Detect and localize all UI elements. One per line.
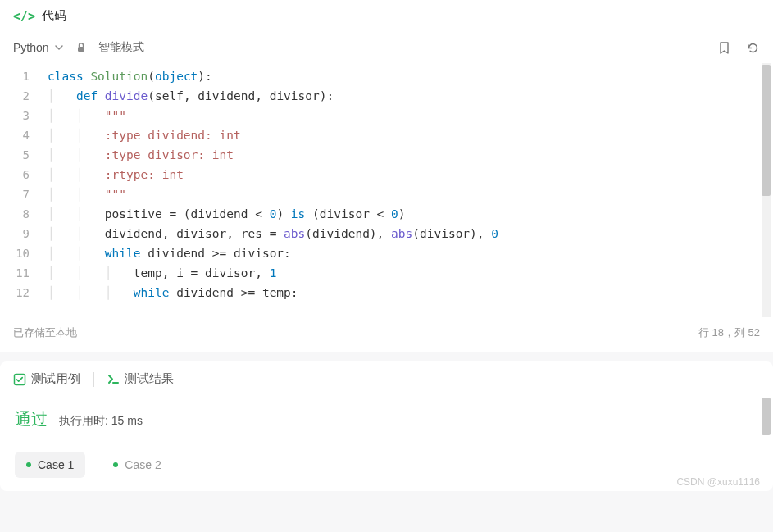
num: 0 — [391, 207, 398, 221]
code: dividend >= divisor: — [141, 247, 291, 260]
obj: object — [155, 70, 198, 83]
case-tab-1[interactable]: Case 1 — [15, 452, 85, 478]
code-icon: </> — [13, 9, 35, 24]
fn: abs — [284, 227, 305, 240]
scrollbar-thumb[interactable] — [762, 398, 771, 435]
line-number: 6 — [0, 165, 30, 184]
status-dot-icon — [26, 462, 31, 467]
svg-rect-0 — [78, 47, 84, 52]
bookmark-icon[interactable] — [717, 41, 731, 55]
code: ) — [276, 207, 290, 221]
chevron-down-icon — [54, 43, 64, 52]
str: """ — [105, 109, 126, 122]
editor-toolbar: Python 智能模式 — [0, 32, 773, 63]
code: (divisor < — [305, 207, 391, 221]
code-area[interactable]: class Solution(object): │ def divide(sel… — [39, 63, 773, 317]
line-number: 12 — [0, 283, 30, 302]
mode-label: 智能模式 — [98, 40, 144, 55]
line-number: 1 — [0, 66, 30, 86]
line-number: 3 — [0, 106, 30, 125]
lock-icon — [75, 42, 87, 53]
check-square-icon — [13, 373, 26, 386]
tab-testcase[interactable]: 测试用例 — [13, 371, 80, 387]
code: dividend >= temp: — [169, 286, 298, 299]
pass-status: 通过 — [15, 408, 48, 430]
language-selector[interactable]: Python — [13, 41, 64, 54]
tab-result[interactable]: 测试结果 — [107, 371, 174, 387]
kw: class — [48, 70, 84, 83]
line-gutter: 1 2 3 4 5 6 7 8 9 10 11 12 — [0, 63, 39, 317]
kw: while — [105, 247, 141, 260]
tab-label: 测试结果 — [125, 371, 174, 387]
editor-footer: 已存储至本地 行 18，列 52 — [0, 317, 773, 352]
fn: abs — [391, 227, 412, 240]
code: temp, i = divisor, — [134, 266, 270, 280]
case-label: Case 2 — [125, 458, 161, 471]
code-panel: </> 代码 Python 智能模式 1 2 3 4 5 — [0, 0, 773, 352]
line-number: 10 — [0, 243, 30, 263]
results-panel: 测试用例 测试结果 通过 执行用时: 15 ms Case 1 Case 2 C… — [0, 361, 773, 491]
watermark: CSDN @xuxu1116 — [676, 476, 760, 488]
status-dot-icon — [113, 462, 118, 467]
language-label: Python — [13, 41, 49, 54]
line-number: 2 — [0, 86, 30, 106]
str: :type divisor: int — [105, 148, 234, 161]
line-number: 5 — [0, 145, 30, 165]
kw: while — [134, 286, 170, 299]
reset-icon[interactable] — [746, 41, 760, 55]
case-tabs: Case 1 Case 2 — [0, 435, 773, 491]
code: dividend, divisor, res = — [105, 227, 284, 240]
code: (dividend), — [305, 227, 391, 240]
tab-label: 测试用例 — [31, 371, 80, 387]
scrollbar-thumb[interactable] — [762, 65, 771, 196]
line-number: 8 — [0, 204, 30, 224]
str: """ — [105, 188, 126, 201]
runtime-text: 执行用时: 15 ms — [59, 414, 143, 429]
code: ) — [398, 207, 406, 221]
params: (self, dividend, divisor): — [148, 89, 334, 102]
fn: divide — [105, 89, 148, 102]
str: :rtype: int — [105, 168, 184, 181]
str: :type dividend: int — [105, 129, 241, 142]
code-editor[interactable]: 1 2 3 4 5 6 7 8 9 10 11 12 class Solutio… — [0, 63, 773, 317]
results-tabs: 测试用例 测试结果 — [0, 361, 773, 395]
code: (divisor), — [412, 227, 491, 240]
code: positive = (dividend < — [105, 207, 270, 221]
op: is — [291, 207, 305, 221]
num: 1 — [270, 266, 277, 280]
line-number: 11 — [0, 263, 30, 283]
num: 0 — [491, 227, 498, 240]
classname: Solution — [90, 70, 148, 83]
divider — [93, 372, 94, 387]
case-tab-2[interactable]: Case 2 — [102, 452, 172, 478]
cursor-position: 行 18，列 52 — [698, 325, 760, 340]
code-header: </> 代码 — [0, 0, 773, 32]
header-title: 代码 — [42, 8, 66, 24]
line-number: 7 — [0, 184, 30, 204]
result-summary: 通过 执行用时: 15 ms — [0, 395, 773, 435]
case-label: Case 1 — [38, 458, 74, 471]
line-number: 9 — [0, 224, 30, 243]
terminal-icon — [107, 373, 120, 385]
toolbar-actions — [717, 41, 760, 55]
save-status: 已存储至本地 — [13, 325, 77, 340]
line-number: 4 — [0, 125, 30, 145]
kw: def — [76, 89, 98, 102]
